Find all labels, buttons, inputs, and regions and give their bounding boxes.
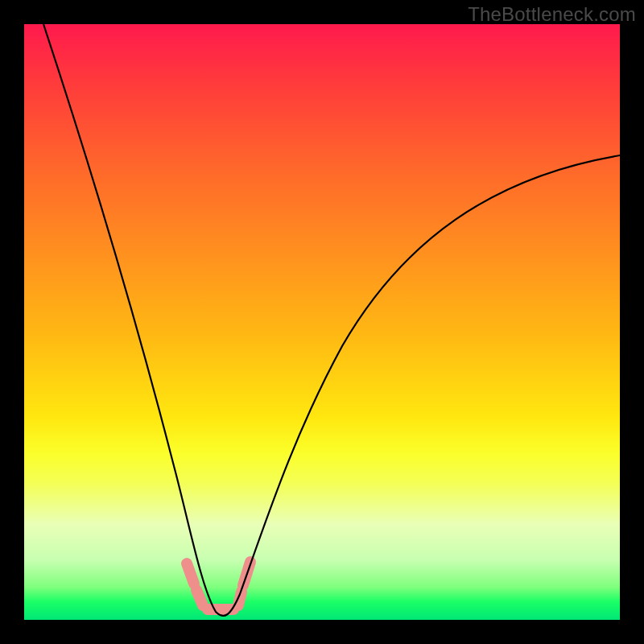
highlight-optimal-zone (187, 562, 250, 609)
bottleneck-curve (43, 24, 620, 616)
curve-layer (24, 24, 620, 620)
chart-frame: TheBottleneck.com (0, 0, 644, 644)
plot-area (24, 24, 620, 620)
watermark-text: TheBottleneck.com (468, 3, 636, 26)
